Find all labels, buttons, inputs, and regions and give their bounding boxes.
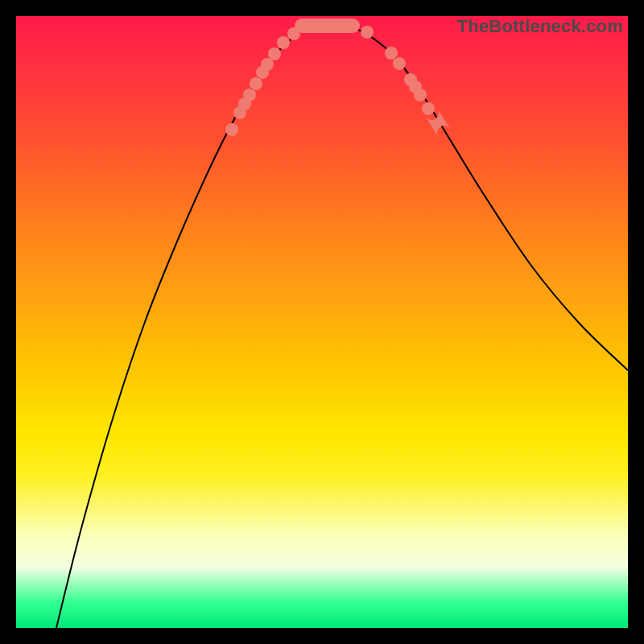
data-point [250, 77, 262, 90]
data-point [385, 47, 398, 60]
data-point [414, 89, 427, 101]
data-point [422, 102, 435, 115]
data-point [225, 123, 238, 136]
data-point [393, 57, 406, 70]
data-point [261, 58, 274, 71]
chart-svg [16, 16, 628, 628]
data-point [243, 89, 256, 101]
data-cluster [295, 19, 360, 33]
bottleneck-curve [56, 23, 628, 628]
data-point [361, 26, 374, 39]
plot-area: TheBottleneck.com [16, 16, 628, 628]
data-point [277, 36, 290, 49]
data-point [268, 47, 281, 60]
data-markers [225, 19, 451, 137]
chart-frame: TheBottleneck.com [0, 0, 644, 644]
